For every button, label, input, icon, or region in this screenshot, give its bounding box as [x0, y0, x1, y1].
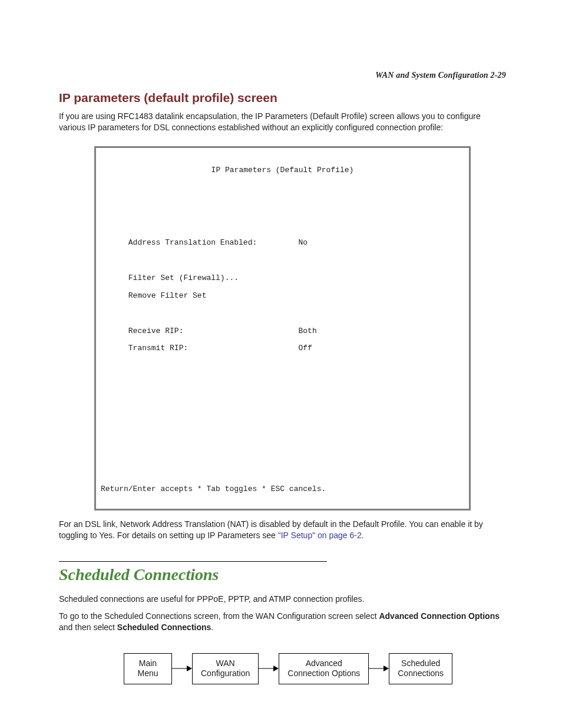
terminal-row: Transmit RIP: Off: [101, 344, 464, 353]
terminal-row: Remove Filter Set: [101, 292, 464, 301]
arrow-icon: [369, 664, 389, 673]
terminal-screenshot: IP Parameters (Default Profile) Address …: [94, 146, 471, 511]
text: To go to the Scheduled Connections scree…: [59, 611, 379, 621]
terminal-footer: Return/Enter accepts * Tab toggles * ESC…: [101, 485, 464, 494]
terminal-blank: [101, 433, 464, 442]
terminal-label: Transmit RIP:: [128, 344, 188, 353]
terminal-blank: [101, 415, 464, 424]
terminal-label: Remove Filter Set: [128, 291, 207, 300]
bold-text: Scheduled Connections: [117, 622, 211, 632]
terminal-blank: [101, 309, 464, 318]
terminal-blank: [101, 221, 464, 230]
terminal-row: Receive RIP: Both: [101, 327, 464, 336]
terminal-blank: [101, 468, 464, 477]
bold-text: Advanced Connection Options: [379, 611, 500, 621]
text: .: [211, 622, 213, 632]
terminal-title: IP Parameters (Default Profile): [101, 166, 464, 175]
paragraph: To go to the Scheduled Connections scree…: [59, 611, 506, 633]
nav-box-wan-config: WANConfiguration: [192, 653, 259, 684]
nav-box-scheduled-connections: ScheduledConnections: [389, 653, 452, 684]
arrow-icon: [172, 664, 192, 673]
navigation-diagram: MainMenu WANConfiguration AdvancedConnec…: [124, 653, 506, 684]
page: WAN and System Configuration 2-29 IP par…: [0, 0, 562, 728]
text: .: [362, 531, 364, 540]
terminal-blank: [101, 362, 464, 371]
terminal-row: Filter Set (Firewall)...: [101, 274, 464, 283]
post-terminal-paragraph: For an DSL link, Network Address Transla…: [59, 519, 506, 541]
nav-box-main-menu: MainMenu: [124, 653, 172, 684]
section-heading-ip-parameters: IP parameters (default profile) screen: [59, 91, 506, 105]
terminal-value: No: [298, 238, 308, 247]
intro-paragraph: If you are using RFC1483 datalink encaps…: [59, 111, 506, 133]
section-divider: [59, 561, 327, 562]
section-heading-scheduled-connections: Scheduled Connections: [59, 565, 506, 584]
text: For an DSL link, Network Address Transla…: [59, 519, 483, 540]
terminal-label: Filter Set (Firewall)...: [128, 274, 239, 282]
terminal-label: Address Translation Enabled:: [128, 238, 257, 247]
terminal-value: Both: [298, 327, 316, 335]
terminal-blank: [101, 203, 464, 212]
terminal-blank: [101, 450, 464, 459]
paragraph: Scheduled connections are useful for PPP…: [59, 594, 506, 605]
terminal-blank: [101, 380, 464, 388]
arrow-icon: [259, 664, 279, 673]
nav-box-advanced-options: AdvancedConnection Options: [279, 653, 369, 684]
terminal-value: Off: [298, 344, 312, 353]
cross-ref-link[interactable]: "IP Setup" on page 6-2: [278, 531, 362, 540]
running-header: WAN and System Configuration 2-29: [59, 71, 506, 80]
terminal-label: Receive RIP:: [128, 327, 184, 335]
terminal-blank: [101, 397, 464, 406]
text: and then select: [59, 622, 117, 632]
terminal-blank: [101, 256, 464, 265]
terminal-blank: [101, 186, 464, 195]
terminal-row: Address Translation Enabled: No: [101, 239, 464, 248]
